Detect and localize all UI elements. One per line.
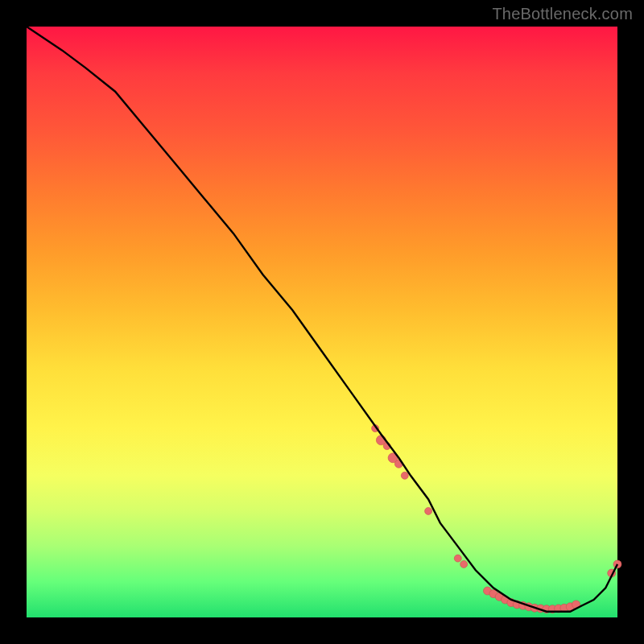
chart-container: TheBottleneck.com xyxy=(0,0,644,644)
chart-marker xyxy=(454,555,461,562)
chart-marker xyxy=(401,472,408,479)
chart-marker xyxy=(425,507,432,514)
plot-area xyxy=(27,27,617,617)
chart-svg xyxy=(27,27,617,617)
chart-line xyxy=(27,27,617,612)
chart-markers xyxy=(372,425,621,613)
attribution-text: TheBottleneck.com xyxy=(492,5,633,23)
chart-marker xyxy=(460,560,468,568)
